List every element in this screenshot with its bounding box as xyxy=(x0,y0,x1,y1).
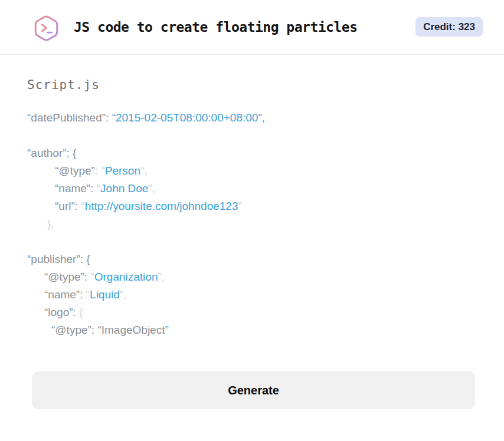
code-line: }, xyxy=(27,215,475,233)
code-line: “name”: “Liquid”, xyxy=(27,286,475,304)
code-line: “@type”: “Person”, xyxy=(27,162,475,180)
app-window: JS code to create floating particles Cre… xyxy=(0,0,504,441)
code-line: “logo”: { xyxy=(27,304,475,321)
code-line: “@type”: “ImageObject” xyxy=(27,321,475,339)
generate-button[interactable]: Generate xyxy=(32,371,475,409)
main-content: Script.js “datePublished”: “2015-02-05T0… xyxy=(0,55,504,409)
code-line xyxy=(27,233,475,251)
code-block: “datePublished”: “2015-02-05T08:00:00+08… xyxy=(27,109,475,339)
page-title: JS code to create floating particles xyxy=(74,19,358,35)
code-line: “url”: “http://yoursite.com/johndoe123” xyxy=(27,198,475,215)
code-line: “@type”: “Organization”, xyxy=(27,268,475,286)
credit-badge: Credit: 323 xyxy=(415,17,483,37)
terminal-logo-icon xyxy=(32,12,60,42)
header: JS code to create floating particles Cre… xyxy=(0,0,504,55)
code-line: “author”: { xyxy=(27,144,475,162)
code-line: “datePublished”: “2015-02-05T08:00:00+08… xyxy=(27,109,475,127)
code-line xyxy=(27,127,475,144)
code-line: “publisher”: { xyxy=(27,251,475,268)
filename-label: Script.js xyxy=(27,78,475,92)
code-line: “name”: “John Doe”, xyxy=(27,180,475,198)
